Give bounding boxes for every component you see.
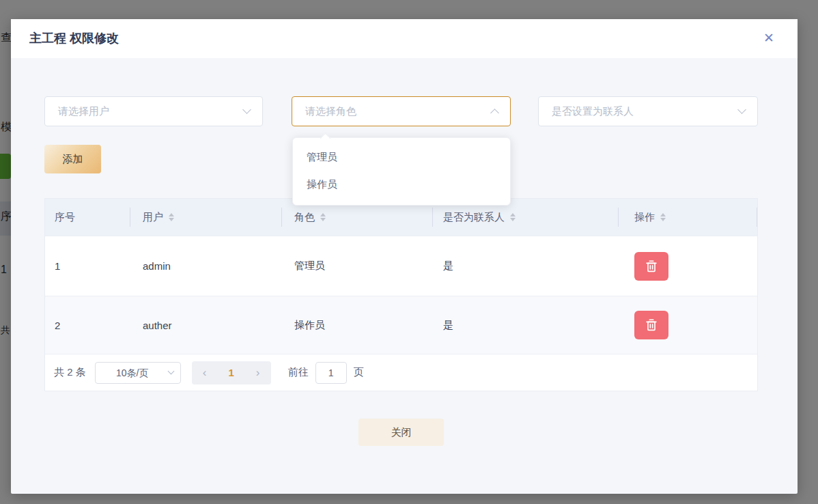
cell-user: admin xyxy=(130,260,282,272)
chevron-down-icon xyxy=(242,105,251,114)
cell-index: 1 xyxy=(45,260,130,272)
goto-label: 前往 xyxy=(288,366,309,379)
trash-icon xyxy=(644,318,659,333)
prev-page-button[interactable]: ‹ xyxy=(192,361,218,384)
role-option-operator[interactable]: 操作员 xyxy=(293,171,510,198)
user-select-placeholder: 请选择用户 xyxy=(58,97,109,126)
column-header-index: 序号 xyxy=(45,199,130,236)
role-select[interactable]: 请选择角色 xyxy=(292,96,511,126)
chevron-down-icon xyxy=(737,105,746,114)
cell-is-contact: 是 xyxy=(433,260,619,272)
chevron-down-icon xyxy=(167,367,174,374)
close-dialog-button[interactable]: 关闭 xyxy=(358,419,444,446)
total-count-label: 共 2 条 xyxy=(54,366,86,379)
role-option-admin[interactable]: 管理员 xyxy=(293,143,510,171)
dialog-header: 主工程 权限修改 ✕ xyxy=(11,19,798,58)
column-header-action[interactable]: 操作 xyxy=(619,199,757,236)
column-header-label: 角色 xyxy=(294,211,315,224)
role-dropdown-menu: 管理员 操作员 xyxy=(292,137,511,206)
column-header-label: 序号 xyxy=(55,211,75,224)
trash-icon xyxy=(644,259,659,274)
page-root: 查 模 序 1 共 主工程 权限修改 ✕ 请选择用户 请选择角色 是否设置为联系… xyxy=(0,0,818,504)
page-size-label: 10条/页 xyxy=(116,367,148,378)
table-row: 1 admin 管理员 是 xyxy=(45,236,757,296)
permission-edit-dialog: 主工程 权限修改 ✕ 请选择用户 请选择角色 是否设置为联系人 添加 管理员 操… xyxy=(11,19,798,494)
goto-page-group: 前往 页 xyxy=(288,362,364,384)
cell-role: 管理员 xyxy=(282,260,433,272)
delete-button[interactable] xyxy=(634,311,668,339)
pager: ‹ 1 › xyxy=(192,361,271,384)
goto-suffix-label: 页 xyxy=(354,366,364,379)
cell-user: auther xyxy=(130,320,282,331)
table-row: 2 auther 操作员 是 xyxy=(45,296,757,354)
close-icon[interactable]: ✕ xyxy=(759,29,778,48)
cell-is-contact: 是 xyxy=(433,319,619,332)
column-header-label: 是否为联系人 xyxy=(443,211,505,224)
user-select[interactable]: 请选择用户 xyxy=(44,96,263,126)
role-select-placeholder: 请选择角色 xyxy=(305,97,356,126)
contact-select-placeholder: 是否设置为联系人 xyxy=(552,97,634,126)
chevron-up-icon xyxy=(490,109,499,117)
cell-index: 2 xyxy=(45,320,130,331)
current-page-button[interactable]: 1 xyxy=(218,361,245,384)
column-header-user[interactable]: 用户 xyxy=(130,199,282,236)
goto-page-input[interactable] xyxy=(315,362,347,384)
dialog-title: 主工程 权限修改 xyxy=(29,19,119,58)
column-header-label: 操作 xyxy=(634,211,655,224)
next-page-button[interactable]: › xyxy=(245,361,271,384)
cell-action xyxy=(619,311,757,339)
contact-select[interactable]: 是否设置为联系人 xyxy=(538,96,758,126)
add-button[interactable]: 添加 xyxy=(44,145,101,173)
pagination-bar: 共 2 条 10条/页 ‹ 1 › 前往 页 xyxy=(45,354,757,391)
page-size-select[interactable]: 10条/页 xyxy=(95,362,181,384)
sort-caret-icon[interactable] xyxy=(510,213,516,221)
cell-role: 操作员 xyxy=(282,319,433,332)
sort-caret-icon[interactable] xyxy=(169,213,174,221)
cell-action xyxy=(619,252,757,281)
column-header-label: 用户 xyxy=(143,211,163,224)
sort-caret-icon[interactable] xyxy=(320,213,326,221)
sort-caret-icon[interactable] xyxy=(660,213,666,221)
delete-button[interactable] xyxy=(634,252,668,281)
permission-table: 序号 用户 角色 是否为联系人 操作 xyxy=(44,198,758,391)
